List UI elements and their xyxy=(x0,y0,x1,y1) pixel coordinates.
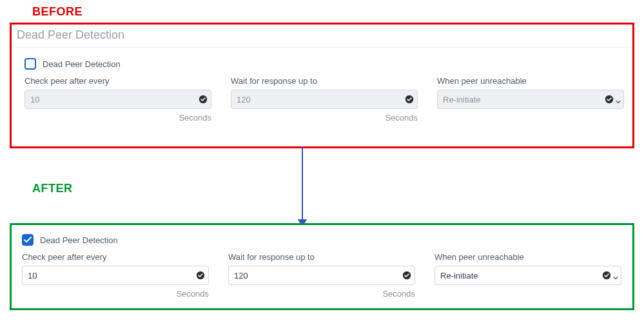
after-heading: AFTER xyxy=(32,182,73,195)
check-peer-label: Check peer after every xyxy=(24,76,211,86)
when-unreachable-select[interactable] xyxy=(437,90,624,109)
wait-response-label: Wait for response up to xyxy=(231,76,418,86)
check-peer-field: Check peer after every Seconds xyxy=(24,76,211,123)
dpd-checkbox-row: Dead Peer Detection xyxy=(12,48,632,76)
check-peer-unit: Seconds xyxy=(22,289,209,299)
when-unreachable-label: When peer unreachable xyxy=(437,76,624,86)
check-peer-input-wrap xyxy=(22,266,209,285)
wait-response-input-wrap xyxy=(231,90,418,109)
field-row: Check peer after every Seconds Wait for … xyxy=(12,252,632,304)
wait-response-field: Wait for response up to Seconds xyxy=(231,76,418,123)
dpd-checkbox-label: Dead Peer Detection xyxy=(43,59,121,69)
wait-response-unit: Seconds xyxy=(228,289,415,299)
when-unreachable-select-wrap xyxy=(437,90,624,109)
check-peer-field: Check peer after every Seconds xyxy=(22,252,209,299)
dpd-checkbox[interactable] xyxy=(22,234,34,246)
after-panel: Dead Peer Detection Check peer after eve… xyxy=(10,223,634,310)
when-unreachable-select[interactable] xyxy=(434,266,621,285)
before-panel: Dead Peer Detection Dead Peer Detection … xyxy=(10,23,634,148)
section-title: Dead Peer Detection xyxy=(12,25,632,48)
dpd-checkbox-label: Dead Peer Detection xyxy=(40,235,118,245)
check-icon xyxy=(24,236,32,244)
check-peer-unit: Seconds xyxy=(24,113,211,123)
check-peer-input-wrap xyxy=(24,90,211,109)
dpd-checkbox[interactable] xyxy=(24,58,36,70)
dpd-checkbox-row: Dead Peer Detection xyxy=(12,225,632,252)
when-unreachable-field: When peer unreachable xyxy=(434,252,621,299)
check-peer-input[interactable] xyxy=(22,266,209,285)
wait-response-input-wrap xyxy=(228,266,415,285)
when-unreachable-label: When peer unreachable xyxy=(434,252,621,262)
check-peer-label: Check peer after every xyxy=(22,252,209,262)
when-unreachable-field: When peer unreachable xyxy=(437,76,624,123)
arrow-line xyxy=(302,147,303,221)
wait-response-field: Wait for response up to Seconds xyxy=(228,252,415,299)
field-row: Check peer after every Seconds Wait for … xyxy=(12,76,632,128)
before-heading: BEFORE xyxy=(32,5,83,19)
wait-response-input[interactable] xyxy=(228,266,415,285)
when-unreachable-select-wrap xyxy=(434,266,621,285)
wait-response-label: Wait for response up to xyxy=(228,252,415,262)
check-peer-input[interactable] xyxy=(24,90,211,109)
wait-response-input[interactable] xyxy=(231,90,418,109)
wait-response-unit: Seconds xyxy=(231,113,418,123)
